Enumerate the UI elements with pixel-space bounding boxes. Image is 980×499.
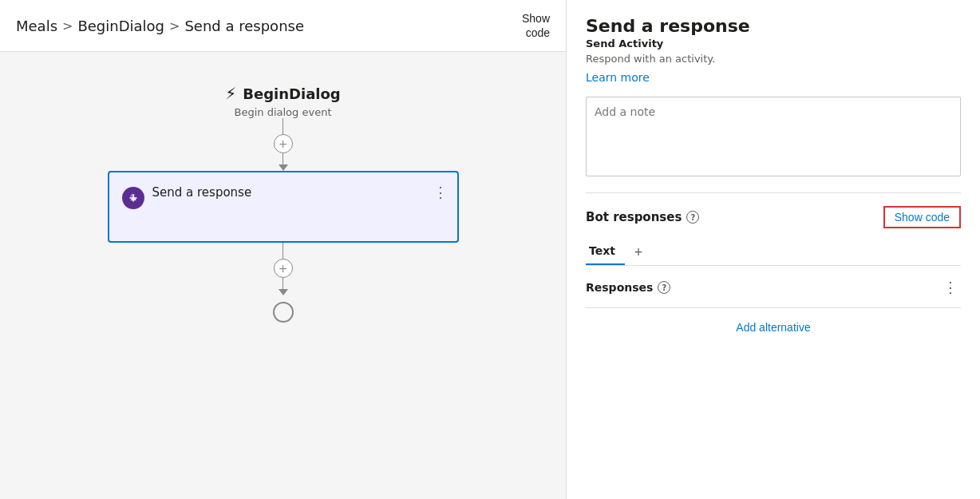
breadcrumb-sep2: >: [169, 18, 180, 34]
connector-top: +: [274, 118, 293, 171]
header-bar: Meals > BeginDialog > Send a response Sh…: [0, 0, 566, 52]
breadcrumb-sendresponse[interactable]: Send a response: [184, 18, 304, 34]
show-code-button-right[interactable]: Show code: [883, 206, 961, 228]
responses-menu-button[interactable]: ⋮: [940, 279, 961, 296]
connector-bottom: +: [273, 243, 294, 323]
right-panel: Send a response Send Activity Respond wi…: [567, 0, 980, 499]
add-node-button-top[interactable]: +: [274, 134, 293, 153]
breadcrumb-meals[interactable]: Meals: [16, 18, 57, 34]
send-response-node[interactable]: ☁ Send a response ⋮: [108, 171, 459, 243]
divider2: [586, 307, 961, 308]
line-mid: [283, 153, 283, 164]
breadcrumb-begindialog[interactable]: BeginDialog: [77, 18, 164, 34]
note-textarea[interactable]: [586, 97, 961, 176]
bot-responses-left: Bot responses ?: [586, 210, 699, 224]
arrow-down-bottom-icon: [279, 289, 288, 295]
add-alternative-button[interactable]: Add alternative: [586, 321, 961, 334]
tab-text[interactable]: Text: [586, 240, 625, 265]
svg-text:☁: ☁: [130, 195, 136, 202]
panel-description: Respond with an activity.: [586, 53, 961, 65]
line-bottom1: [283, 243, 283, 259]
divider: [586, 192, 961, 193]
bot-responses-header: Bot responses ? Show code: [586, 206, 961, 228]
lightning-icon: ⚡: [225, 84, 236, 103]
begin-dialog-subtitle: Begin dialog event: [235, 106, 332, 118]
line-top: [283, 118, 283, 134]
left-panel: Meals > BeginDialog > Send a response Sh…: [0, 0, 567, 499]
learn-more-link[interactable]: Learn more: [586, 71, 961, 84]
panel-subtitle: Send Activity: [586, 38, 961, 50]
tabs-row: Text +: [586, 240, 961, 266]
responses-row: Responses ? ⋮: [586, 279, 961, 296]
node-menu-button[interactable]: ⋮: [433, 184, 448, 201]
bot-responses-label: Bot responses: [586, 210, 682, 224]
line-bottom2: [283, 278, 283, 289]
begin-dialog-title: ⚡ BeginDialog: [225, 84, 341, 103]
tab-add-button[interactable]: +: [628, 242, 649, 263]
arrow-down-icon: [279, 164, 288, 171]
add-node-button-bottom[interactable]: +: [274, 259, 293, 278]
breadcrumb-sep1: >: [62, 18, 73, 34]
breadcrumb: Meals > BeginDialog > Send a response: [16, 18, 304, 34]
show-code-button-left[interactable]: Show code: [522, 11, 550, 40]
responses-label-text: Responses: [586, 281, 653, 294]
begin-dialog-node: ⚡ BeginDialog Begin dialog event: [225, 84, 341, 118]
responses-help-icon[interactable]: ?: [658, 281, 670, 294]
send-response-label: Send a response: [152, 185, 252, 200]
responses-label-group: Responses ?: [586, 281, 670, 294]
send-response-icon: ☁: [122, 187, 144, 209]
begin-dialog-label: BeginDialog: [243, 85, 340, 102]
end-circle: [273, 302, 294, 323]
bot-responses-help-icon[interactable]: ?: [686, 211, 699, 224]
panel-title: Send a response: [586, 16, 961, 36]
canvas-area: ⚡ BeginDialog Begin dialog event + ☁: [0, 52, 566, 499]
